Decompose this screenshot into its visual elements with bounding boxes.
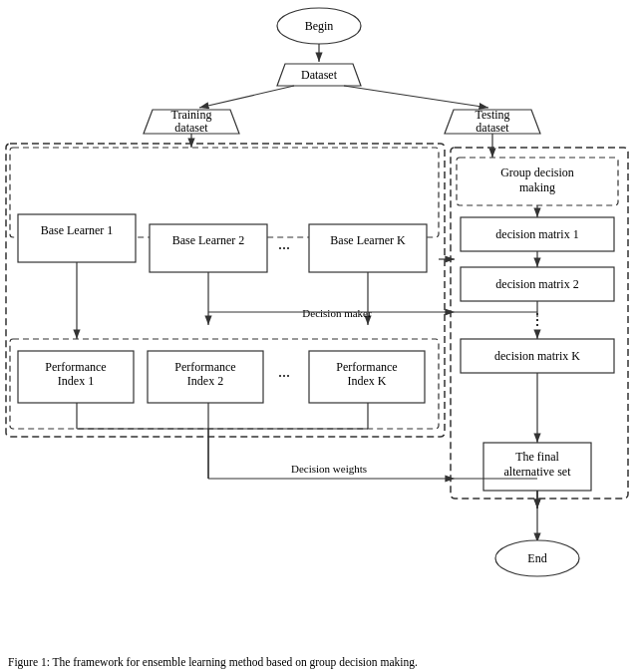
dots2: ··· (278, 368, 290, 385)
end-label: End (527, 551, 546, 565)
bl2-label1: Base Learner 2 (172, 233, 245, 247)
dm1-label: decision matrix 1 (495, 227, 578, 241)
flowchart-svg: Begin Dataset Training dataset Testing d… (0, 0, 638, 638)
pik-label2: Index K (348, 374, 387, 388)
final-label2: alternative set (504, 465, 572, 479)
blk-label1: Base Learner K (330, 233, 406, 247)
dataset-label: Dataset (301, 68, 338, 82)
pik-label1: Performance (336, 360, 397, 374)
training-label1: Training (171, 108, 212, 122)
gd-label1: Group decision (500, 166, 574, 179)
gd-label2: making (519, 180, 555, 194)
testing-label1: Testing (475, 108, 509, 122)
diagram-container: Begin Dataset Training dataset Testing d… (0, 0, 638, 638)
pi1-label1: Performance (45, 360, 106, 374)
svg-line-5 (199, 86, 294, 108)
figure-caption: Figure 1: The framework for ensemble lea… (0, 656, 638, 668)
testing-label2: dataset (476, 121, 509, 135)
caption-text: Figure 1: The framework for ensemble lea… (8, 656, 418, 668)
training-label2: dataset (174, 121, 208, 135)
svg-rect-13 (309, 224, 427, 272)
svg-line-6 (344, 86, 488, 108)
pi2-label2: Index 2 (187, 374, 223, 388)
pi2-label1: Performance (174, 360, 235, 374)
dots1: ··· (278, 240, 290, 257)
dm2-label: decision matrix 2 (495, 277, 578, 291)
begin-label: Begin (305, 19, 334, 33)
decision-maker-label: Decision maker (302, 307, 372, 319)
dmk-label: decision matrix K (494, 349, 580, 363)
svg-rect-11 (18, 214, 136, 262)
bl1-label1: Base Learner 1 (41, 223, 114, 237)
decision-weights-label: Decision weights (291, 463, 367, 475)
pi1-label2: Index 1 (58, 374, 94, 388)
svg-rect-12 (150, 224, 267, 272)
final-label1: The final (515, 450, 559, 464)
